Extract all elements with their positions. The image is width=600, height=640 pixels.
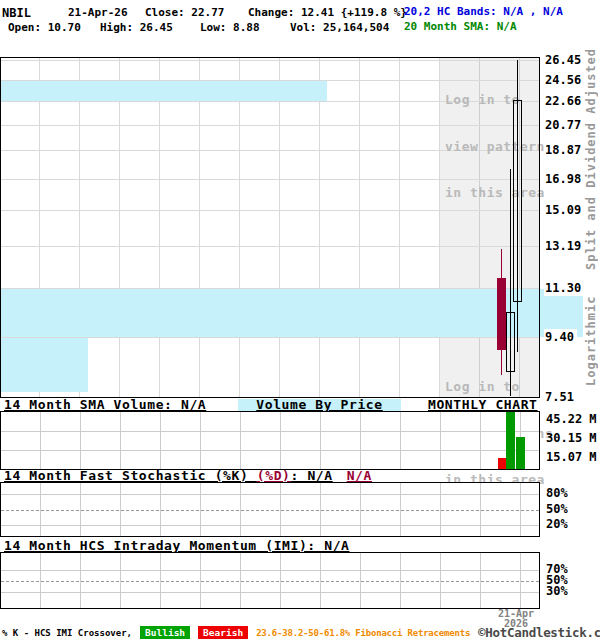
oscillator-gridline — [1, 570, 539, 571]
change-value: Change: 12.41 {+119.8 %} — [248, 6, 407, 20]
volume-gridline — [1, 450, 539, 451]
oscillator-tick-label: 20% — [546, 516, 568, 532]
oscillator-gridline — [1, 581, 539, 582]
volume-by-price-label: Volume By Price — [238, 399, 401, 411]
price-tick-label: 20.77 — [544, 117, 584, 133]
legend-footer: % K - HCS IMI Crossover, Bullish Bearish… — [0, 625, 600, 640]
price-axis-adjustment-label: Split and Dividend Adjusted — [584, 60, 598, 270]
price-tick-label: 24.56 — [544, 72, 584, 88]
candle-body-bearish — [497, 278, 506, 350]
oscillator-gridline — [1, 494, 539, 495]
quote-date: 21-Apr-26 — [68, 6, 128, 20]
volume-value: Vol: 25,164,504 — [290, 21, 389, 35]
volume-tick-label: 30.15 M — [546, 430, 597, 446]
volume-sma-title: 14 Month SMA Volume: N/A — [4, 399, 206, 411]
hc-bands-value: 20,2 HC Bands: N/A , N/A — [404, 5, 563, 19]
candlesticks-layer — [0, 57, 540, 398]
price-tick-label: 22.66 — [544, 93, 584, 109]
stochastic-title: 14 Month Fast Stochastic (%K) (%D): N/AN… — [4, 470, 372, 482]
stock-chart-page: NBIL 21-Apr-26 Close: 22.77 Change: 12.4… — [0, 0, 600, 640]
price-tick-label: 26.45 — [544, 52, 584, 68]
ticker-symbol: NBIL — [2, 6, 31, 20]
volume-gridline — [1, 431, 539, 432]
imi-title: 14 Month HCS Intraday Momentum (IMI): N/… — [4, 540, 350, 552]
price-tick-label: 18.87 — [544, 142, 584, 158]
volume-tick-label: 15.07 M — [546, 449, 597, 465]
oscillator-gridline — [1, 510, 539, 511]
price-tick-label: 7.51 — [544, 389, 577, 405]
crossover-legend-label: % K - HCS IMI Crossover, — [2, 628, 132, 638]
oscillator-gridline — [1, 592, 539, 593]
price-axis-scale-label: Logarithmic — [584, 300, 598, 386]
volume-bar-bullish — [516, 437, 525, 469]
price-tick-label: 16.98 — [544, 171, 584, 187]
sma-value: 20 Month SMA: N/A — [404, 20, 517, 34]
price-tick-label: 11.30 — [544, 280, 584, 296]
price-tick-label: 9.40 — [544, 329, 577, 345]
volume-panel — [0, 411, 540, 470]
chart-type-label: MONTHLY CHART — [428, 399, 538, 411]
candle-body-bullish — [513, 100, 522, 302]
copyright-link[interactable]: ©HotCandlestick.com — [478, 625, 600, 640]
high-value: High: 26.45 — [100, 21, 173, 35]
fibonacci-legend-label: 23.6-38.2-50-61.8% Fibonacci Retracement… — [256, 628, 470, 638]
price-tick-label: 13.19 — [544, 238, 584, 254]
oscillator-tick-label: 50% — [546, 501, 568, 517]
close-value: Close: 22.77 — [145, 6, 224, 20]
candle-body-bullish — [506, 312, 515, 372]
low-value: Low: 8.88 — [200, 21, 260, 35]
volume-bar-bullish — [506, 412, 515, 469]
price-tick-label: 15.09 — [544, 202, 584, 218]
bearish-badge: Bearish — [198, 626, 248, 639]
volume-tick-label: 45.22 M — [546, 411, 597, 427]
open-value: Open: 10.70 — [8, 21, 81, 35]
stochastic-panel — [0, 482, 540, 537]
bullish-badge: Bullish — [140, 626, 190, 639]
oscillator-gridline — [1, 525, 539, 526]
oscillator-tick-label: 80% — [546, 485, 568, 501]
imi-panel — [0, 552, 540, 609]
oscillator-tick-label: 30% — [546, 583, 568, 599]
